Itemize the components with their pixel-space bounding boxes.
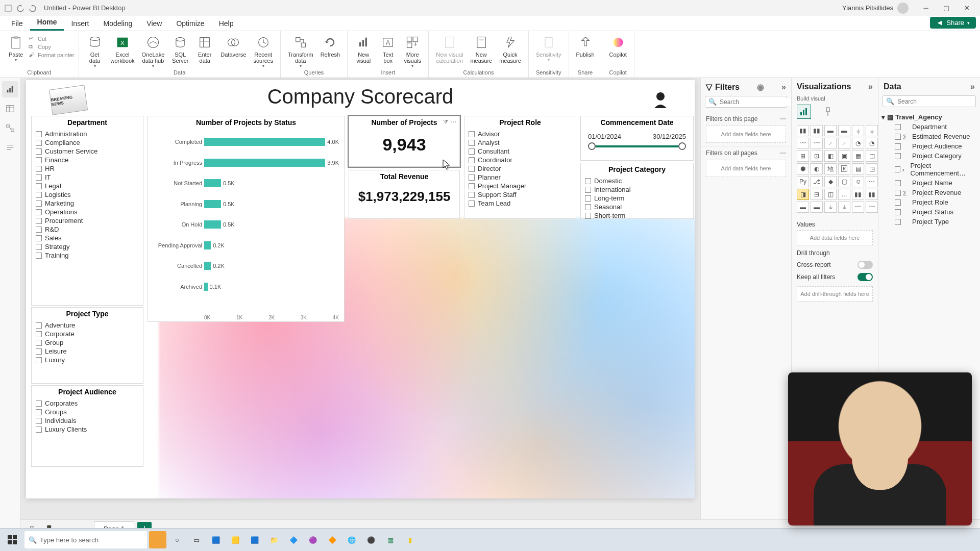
slicer-project-category[interactable]: Project Category DomesticInternationalLo… <box>580 163 694 219</box>
slicer-option[interactable]: Corporates <box>36 399 139 408</box>
bar[interactable] <box>204 262 211 270</box>
get-data-button[interactable]: Get data▾ <box>83 33 107 69</box>
slicer-commencement-date[interactable]: Commencement Date 01/01/202430/12/2025 <box>580 116 694 161</box>
slicer-option[interactable]: Marketing <box>36 199 139 208</box>
taskbar-app-7[interactable]: 🔶 <box>324 531 341 548</box>
slicer-option[interactable]: IT <box>36 173 139 182</box>
viz-type-button[interactable]: ⏚ <box>838 202 850 213</box>
slicer-option[interactable]: Customer Service <box>36 147 139 156</box>
viz-type-button[interactable]: ⏚ <box>824 202 837 213</box>
slicer-option[interactable]: Planner <box>469 173 572 182</box>
card-number-of-projects[interactable]: ⧩⋯ Number of Projects 9,943 <box>349 116 460 167</box>
taskbar-app-5[interactable]: 🔷 <box>285 531 302 548</box>
report-canvas[interactable]: BREAKING NEWS Company Scorecard Departme… <box>26 80 695 498</box>
viz-type-button[interactable]: ◐ <box>811 163 823 174</box>
taskbar-excel[interactable]: ▦ <box>382 531 399 548</box>
slicer-option[interactable]: Luxury <box>36 356 139 364</box>
viz-type-button[interactable]: ⟋ <box>824 138 837 149</box>
viz-type-button[interactable]: ◧ <box>824 151 837 162</box>
autosave-icon[interactable] <box>3 3 13 13</box>
field-node[interactable]: Project Category <box>881 151 977 161</box>
taskbar-explorer[interactable]: 📁 <box>265 531 283 548</box>
date-to[interactable]: 30/12/2025 <box>653 133 686 140</box>
viz-type-button[interactable]: 〰 <box>852 202 864 213</box>
refresh-button[interactable]: Refresh <box>317 33 344 59</box>
all-filter-drop[interactable]: Add data fields here <box>706 160 786 177</box>
recent-sources-button[interactable]: Recent sources▾ <box>250 33 276 69</box>
viz-type-button[interactable]: ◳ <box>866 163 878 174</box>
user-avatar-icon[interactable] <box>897 3 909 14</box>
viz-type-button[interactable]: ⋯ <box>866 176 878 187</box>
viz-type-button[interactable]: ▮▮ <box>797 125 809 136</box>
slicer-option[interactable]: Long-term <box>585 194 689 203</box>
slicer-option[interactable]: Group <box>36 338 139 347</box>
data-search[interactable]: 🔍 <box>883 95 976 107</box>
model-view-button[interactable] <box>2 120 18 136</box>
eye-icon[interactable]: ◉ <box>757 82 764 92</box>
redo-icon[interactable] <box>28 3 38 13</box>
slicer-option[interactable]: Corporate <box>36 330 139 338</box>
field-node[interactable]: Department <box>881 122 977 132</box>
viz-type-button[interactable]: ◫ <box>824 189 837 200</box>
new-visual-button[interactable]: New visual <box>352 33 375 65</box>
viz-type-button[interactable]: ⏚ <box>866 125 878 136</box>
format-visual-mode[interactable] <box>822 105 837 119</box>
viz-type-button[interactable]: ⟋ <box>838 138 850 149</box>
table-node[interactable]: ▾▦Travel_Agency <box>881 112 977 122</box>
field-node[interactable]: Project Type <box>881 217 977 227</box>
taskbar-app-1[interactable] <box>149 531 166 548</box>
paste-button[interactable]: Paste▾ <box>4 33 28 63</box>
viz-type-button[interactable]: ▮▮ <box>866 189 878 200</box>
viz-type-button[interactable]: 〰 <box>866 202 878 213</box>
slicer-option[interactable]: Coordinator <box>469 156 572 164</box>
slicer-option[interactable]: Luxury Clients <box>36 425 139 434</box>
bar[interactable] <box>204 220 221 229</box>
copilot-button[interactable]: Copilot <box>606 33 630 59</box>
slicer-project-audience[interactable]: Project Audience CorporatesGroupsIndivid… <box>31 385 143 467</box>
viz-type-button[interactable]: 〰 <box>811 138 823 149</box>
slicer-option[interactable]: Logistics <box>36 190 139 199</box>
date-from[interactable]: 01/01/2024 <box>588 133 621 140</box>
more-options-icon[interactable]: ⋯ <box>450 118 456 126</box>
viz-type-button[interactable]: ▬ <box>824 125 837 136</box>
maximize-button[interactable]: ▢ <box>936 0 957 16</box>
onelake-button[interactable]: OneLake data hub▾ <box>139 33 168 69</box>
taskbar-search[interactable]: 🔍Type here to search <box>24 531 147 548</box>
slicer-option[interactable]: Analyst <box>469 138 572 147</box>
cross-report-toggle[interactable] <box>857 261 873 269</box>
slicer-option[interactable]: Domestic <box>585 177 689 185</box>
menu-modeling[interactable]: Modeling <box>96 16 139 31</box>
close-button[interactable]: ✕ <box>957 0 977 16</box>
viz-type-button[interactable]: Py <box>797 176 809 187</box>
viz-type-button[interactable]: ⏚ <box>852 125 864 136</box>
bar[interactable] <box>204 283 208 291</box>
viz-type-button[interactable]: ⎇ <box>811 176 823 187</box>
viz-type-button[interactable]: 地 <box>824 163 837 174</box>
slicer-option[interactable]: Support Staff <box>469 190 572 199</box>
slicer-option[interactable]: Operations <box>36 208 139 216</box>
slicer-option[interactable]: Groups <box>36 408 139 416</box>
viz-type-button[interactable]: ⊡ <box>811 151 823 162</box>
menu-help[interactable]: Help <box>212 16 241 31</box>
table-view-button[interactable] <box>2 101 18 117</box>
viz-type-button[interactable]: ◨ <box>797 189 809 200</box>
taskbar-app-4[interactable]: 🟦 <box>246 531 263 548</box>
taskbar-obs[interactable]: ⚫ <box>362 531 380 548</box>
viz-type-button[interactable]: ⊞ <box>797 151 809 162</box>
viz-type-button[interactable]: ▦ <box>852 151 864 162</box>
viz-type-button[interactable]: ▮▮ <box>811 125 823 136</box>
undo-icon[interactable] <box>15 3 26 13</box>
drill-drop[interactable]: Add drill-through fields here <box>797 286 873 302</box>
bar[interactable] <box>204 159 325 167</box>
viz-type-button[interactable]: ◔ <box>852 138 864 149</box>
menu-optimize[interactable]: Optimize <box>169 16 211 31</box>
viz-type-button[interactable]: ▮▮ <box>852 189 864 200</box>
viz-type-button[interactable]: ◆ <box>824 176 837 187</box>
new-measure-button[interactable]: New measure <box>467 33 495 65</box>
slicer-option[interactable]: Seasonal <box>585 203 689 211</box>
bar[interactable] <box>204 241 211 249</box>
slicer-option[interactable]: Sales <box>36 234 139 242</box>
more-visuals-button[interactable]: +More visuals▾ <box>401 33 424 69</box>
menu-insert[interactable]: Insert <box>64 16 96 31</box>
bar[interactable] <box>204 200 221 208</box>
